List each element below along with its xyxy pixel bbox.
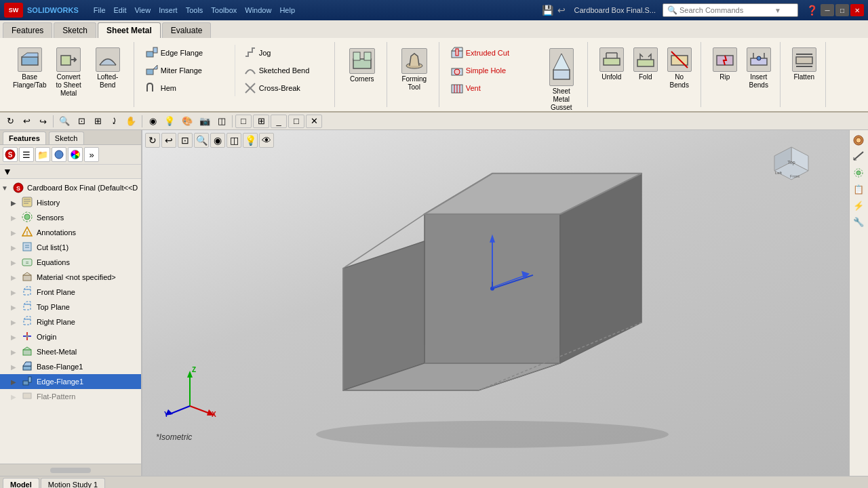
- sheet-metal-gusset-button[interactable]: Sheet MetalGusset: [541, 45, 582, 115]
- quick-save-icon[interactable]: 💾: [540, 5, 555, 16]
- miter-flange-button[interactable]: Miter Flange: [142, 62, 231, 79]
- ht-view-normal-button[interactable]: □: [235, 115, 252, 128]
- ht-pan-button[interactable]: ✋: [123, 114, 139, 129]
- rt-appearances-button[interactable]: [851, 133, 866, 148]
- ht-view-close-button[interactable]: ✕: [306, 115, 322, 128]
- rt-solidworks-rx-button[interactable]: 🔧: [851, 214, 866, 229]
- pt-folder-icon[interactable]: 📁: [35, 147, 50, 162]
- pt-solidworks-icon[interactable]: S: [3, 147, 18, 162]
- base-flange-tab-button[interactable]: BaseFlange/Tab: [9, 45, 50, 92]
- search-bar[interactable]: 🔍 ▼: [663, 3, 798, 17]
- cross-break-button[interactable]: Cross-Break: [241, 80, 329, 96]
- canvas-zoom-sel-button[interactable]: 🔍: [194, 133, 209, 148]
- tab-sketch[interactable]: Sketch: [54, 22, 96, 38]
- sketched-bend-button[interactable]: Sketched Bend: [241, 62, 329, 79]
- panel-resize-handle[interactable]: [138, 130, 141, 476]
- fold-button[interactable]: Fold: [630, 45, 661, 84]
- tree-item-flat-pattern[interactable]: ▶ Flat-Pattern: [0, 389, 141, 404]
- jog-button[interactable]: Jog: [241, 45, 329, 61]
- filter-icon[interactable]: ▼: [3, 166, 12, 177]
- tree-item-cutlist[interactable]: ▶ Cut list(1): [0, 240, 141, 255]
- pt-color-swatch-icon[interactable]: [68, 147, 83, 162]
- panel-scrollbar[interactable]: [50, 468, 91, 473]
- tree-item-annotations[interactable]: ▶ ! Annotations: [0, 225, 141, 240]
- menu-edit[interactable]: Edit: [111, 5, 130, 16]
- ht-lights-button[interactable]: 💡: [161, 114, 178, 129]
- ht-zoom-sel-button[interactable]: ⊞: [90, 114, 105, 129]
- rt-simulation-button[interactable]: ⚡: [851, 198, 866, 213]
- tab-model[interactable]: Model: [3, 478, 39, 488]
- ht-zoom-in-button[interactable]: 🔍: [56, 114, 73, 129]
- ht-redo-button[interactable]: ↩: [35, 114, 50, 129]
- canvas-hide-button[interactable]: 👁: [259, 133, 274, 148]
- tree-item-equations[interactable]: ▶ = Equations: [0, 255, 141, 270]
- canvas-rotate-button[interactable]: ↻: [145, 133, 160, 148]
- menu-view[interactable]: View: [132, 5, 153, 16]
- ht-display-button[interactable]: ◉: [145, 114, 160, 129]
- convert-sheet-metal-button[interactable]: Convertto SheetMetal: [52, 45, 84, 100]
- ht-view-sel-button[interactable]: 📷: [197, 114, 213, 129]
- vent-button[interactable]: Vent: [448, 80, 536, 96]
- canvas-display-button[interactable]: ◉: [210, 133, 225, 148]
- tab-evaluate[interactable]: Evaluate: [162, 22, 212, 38]
- ht-view-max-button[interactable]: □: [288, 115, 304, 128]
- canvas-undo-button[interactable]: ↩: [161, 133, 176, 148]
- rt-measure-button[interactable]: [851, 149, 866, 164]
- search-input[interactable]: [679, 6, 774, 14]
- help-icon[interactable]: ❓: [804, 5, 821, 16]
- ht-rotate-view-button[interactable]: ⤸: [106, 114, 121, 129]
- ht-color-button[interactable]: 🎨: [179, 114, 195, 129]
- ht-section-button[interactable]: ◫: [214, 114, 229, 129]
- unfold-button[interactable]: Unfold: [596, 45, 627, 84]
- close-button[interactable]: ✕: [850, 4, 864, 16]
- menu-file[interactable]: File: [91, 5, 108, 16]
- insert-bends-button[interactable]: InsertBends: [743, 45, 774, 92]
- ht-zoom-fit-button[interactable]: ⊡: [74, 114, 89, 129]
- viewport-canvas[interactable]: ↻ ↩ ⊡ 🔍 ◉ ◫ 💡 👁 Top Left Front: [142, 130, 849, 476]
- menu-tools[interactable]: Tools: [183, 5, 206, 16]
- forming-tool-button[interactable]: FormingTool: [395, 45, 433, 95]
- tab-features-panel[interactable]: Features: [3, 131, 46, 144]
- pt-expand-icon[interactable]: »: [84, 147, 99, 162]
- tree-item-base-flange1[interactable]: ▶ Base-Flange1: [0, 359, 141, 374]
- rt-sensors-button[interactable]: [851, 165, 866, 180]
- maximize-button[interactable]: □: [835, 4, 849, 16]
- rt-design-checker-button[interactable]: 📋: [851, 182, 866, 197]
- canvas-lights-button[interactable]: 💡: [243, 133, 258, 148]
- lofted-bend-button[interactable]: Lofted-Bend: [87, 45, 128, 92]
- ht-view-2panel-button[interactable]: ⊞: [253, 115, 269, 128]
- ht-view-min-button[interactable]: _: [271, 115, 287, 128]
- menu-toolbox[interactable]: Toolbox: [208, 5, 239, 16]
- pt-sphere-icon[interactable]: [52, 147, 66, 162]
- minimize-button[interactable]: ─: [821, 4, 834, 16]
- tab-motion-study-1[interactable]: Motion Study 1: [41, 478, 105, 488]
- tab-sketch-panel[interactable]: Sketch: [49, 131, 84, 144]
- tree-item-right-plane[interactable]: ▶ Right Plane: [0, 314, 141, 329]
- view-cube[interactable]: Top Left Front: [768, 144, 815, 191]
- ht-rotate-button[interactable]: ↻: [3, 114, 18, 129]
- tree-item-edge-flange1[interactable]: ▶ Edge-Flange1: [0, 374, 141, 389]
- tree-item-sheet-metal[interactable]: ▶ Sheet-Metal: [0, 344, 141, 359]
- tree-item-top-plane[interactable]: ▶ Top Plane: [0, 300, 141, 314]
- hem-button[interactable]: Hem: [142, 80, 231, 96]
- tree-item-history[interactable]: ▶ History: [0, 195, 141, 210]
- tree-item-front-plane[interactable]: ▶ Front Plane: [0, 285, 141, 300]
- corners-button[interactable]: Corners: [343, 45, 381, 87]
- edge-flange-button[interactable]: Edge Flange: [142, 45, 231, 61]
- tree-root-item[interactable]: ▼ S Cardboard Box Final (Default<<D: [0, 180, 141, 195]
- canvas-zoom-fit-button[interactable]: ⊡: [178, 133, 193, 148]
- no-bends-button[interactable]: NoBends: [664, 45, 695, 92]
- ht-undo-button[interactable]: ↩: [19, 114, 34, 129]
- rip-button[interactable]: Rip: [709, 45, 741, 84]
- simple-hole-button[interactable]: Simple Hole: [448, 62, 536, 79]
- flatten-button[interactable]: Flatten: [789, 45, 820, 84]
- pt-list-icon[interactable]: ☰: [19, 147, 34, 162]
- quick-undo-icon[interactable]: ↩: [555, 5, 568, 16]
- tab-features[interactable]: Features: [3, 22, 52, 38]
- menu-help[interactable]: Help: [277, 5, 298, 16]
- tree-item-material[interactable]: ▶ Material <not specified>: [0, 270, 141, 285]
- menu-insert[interactable]: Insert: [156, 5, 180, 16]
- tab-sheet-metal[interactable]: Sheet Metal: [98, 22, 161, 38]
- search-dropdown-icon[interactable]: ▼: [774, 7, 781, 14]
- tree-item-origin[interactable]: ▶ Origin: [0, 329, 141, 344]
